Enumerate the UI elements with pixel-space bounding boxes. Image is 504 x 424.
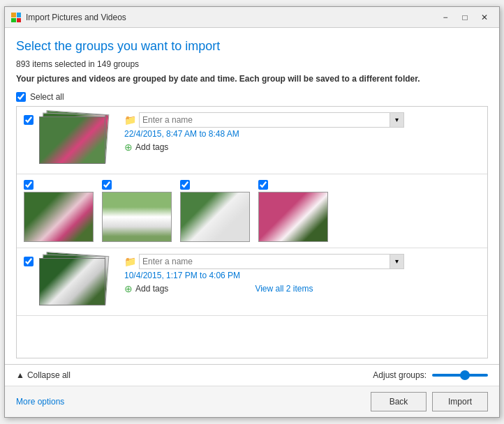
group-3-info: 📁 ▾ 10/4/2015, 1:17 PM to 4:06 PM ⊕ Add … — [124, 254, 480, 294]
back-button[interactable]: Back — [371, 392, 427, 411]
bottom-bar: ▲ Collapse all Adjust groups: — [5, 364, 499, 386]
restore-button[interactable]: □ — [456, 10, 474, 24]
thumb-main-1 — [39, 116, 105, 164]
folder-name-input-3[interactable] — [140, 257, 390, 266]
group-1-info: 📁 ▾ 22/4/2015, 8:47 AM to 8:48 AM ⊕ Add … — [124, 112, 480, 153]
close-button[interactable]: ✕ — [475, 10, 494, 24]
footer-buttons: Back Import — [371, 392, 488, 411]
date-range-1: 22/4/2015, 8:47 AM to 8:48 AM — [124, 129, 480, 139]
folder-name-input-1[interactable] — [140, 115, 390, 125]
group-3-checkbox[interactable] — [24, 257, 34, 266]
footer: More options Back Import — [5, 386, 499, 417]
photo-3-checkbox[interactable] — [180, 180, 190, 190]
svg-rect-3 — [17, 18, 21, 22]
window-title: Import Pictures and Videos — [26, 13, 126, 22]
view-all-link[interactable]: View all 2 items — [255, 284, 313, 294]
import-button[interactable]: Import — [432, 392, 488, 411]
photo-item-2 — [102, 180, 172, 242]
group-1-header: 📁 ▾ 22/4/2015, 8:47 AM to 8:48 AM ⊕ Add … — [24, 112, 480, 168]
photo-2-checkbox[interactable] — [102, 180, 112, 190]
folder-name-row-1: 📁 ▾ — [124, 112, 480, 128]
folder-input-wrapper-3: ▾ — [139, 254, 404, 269]
group-2 — [17, 174, 487, 248]
collapse-icon: ▲ — [16, 370, 24, 380]
photo-thumb-2 — [102, 192, 172, 242]
more-options-link[interactable]: More options — [16, 397, 64, 407]
add-tags-icon-1: ⊕ — [124, 142, 133, 153]
photo-grid — [24, 180, 480, 242]
photo-thumb-1 — [24, 192, 94, 242]
group-1-checkbox[interactable] — [24, 115, 34, 125]
group-3: 📁 ▾ 10/4/2015, 1:17 PM to 4:06 PM ⊕ Add … — [17, 248, 487, 316]
group-1: 📁 ▾ 22/4/2015, 8:47 AM to 8:48 AM ⊕ Add … — [17, 107, 487, 174]
bottom-left: ▲ Collapse all — [16, 370, 71, 380]
page-title: Select the groups you want to import — [16, 39, 488, 54]
folder-icon-3: 📁 — [124, 256, 136, 267]
title-bar: Import Pictures and Videos − □ ✕ — [5, 7, 499, 28]
group-1-thumbnails — [39, 112, 116, 168]
photo-item-4 — [258, 180, 328, 242]
groups-container[interactable]: 📁 ▾ 22/4/2015, 8:47 AM to 8:48 AM ⊕ Add … — [16, 106, 488, 358]
svg-rect-2 — [11, 18, 16, 22]
add-tags-row-3: ⊕ Add tags View all 2 items — [124, 283, 480, 294]
select-all-checkbox[interactable] — [16, 92, 26, 102]
adjust-groups: Adjust groups: — [373, 370, 488, 380]
adjust-groups-label: Adjust groups: — [373, 370, 427, 380]
collapse-all-label: Collapse all — [27, 370, 71, 380]
items-subtitle: 893 items selected in 149 groups — [16, 59, 488, 69]
collapse-all-button[interactable]: ▲ Collapse all — [16, 370, 71, 380]
svg-rect-1 — [17, 13, 21, 17]
thumb-3-main — [39, 258, 105, 305]
group-3-header: 📁 ▾ 10/4/2015, 1:17 PM to 4:06 PM ⊕ Add … — [24, 254, 480, 310]
photo-thumb-4 — [258, 192, 328, 242]
photo-item-3 — [180, 180, 250, 242]
date-range-3: 10/4/2015, 1:17 PM to 4:06 PM — [124, 271, 480, 280]
adjust-groups-slider[interactable] — [432, 374, 488, 377]
description-bold: Each group will be saved to a different … — [239, 74, 420, 84]
group-3-thumbnails — [39, 254, 116, 310]
add-tags-link-3[interactable]: Add tags — [135, 284, 168, 294]
folder-name-row-3: 📁 ▾ — [124, 254, 480, 269]
description: Your pictures and videos are grouped by … — [16, 73, 488, 85]
folder-dropdown-btn-1[interactable]: ▾ — [390, 113, 403, 127]
add-tags-row-1: ⊕ Add tags — [124, 142, 480, 153]
main-content: Select the groups you want to import 893… — [5, 28, 499, 364]
folder-dropdown-btn-3[interactable]: ▾ — [390, 255, 403, 268]
folder-icon-1: 📁 — [124, 114, 136, 126]
title-bar-left: Import Pictures and Videos — [10, 12, 126, 23]
add-tags-icon-3: ⊕ — [124, 283, 133, 294]
description-start: Your pictures and videos are grouped by … — [16, 74, 237, 84]
photo-thumb-3 — [180, 192, 250, 242]
photo-item-1 — [24, 180, 94, 242]
add-tags-link-1[interactable]: Add tags — [135, 142, 168, 152]
photo-1-checkbox[interactable] — [24, 180, 34, 190]
minimize-button[interactable]: − — [436, 10, 454, 24]
folder-input-wrapper-1: ▾ — [139, 112, 404, 128]
svg-rect-0 — [11, 13, 16, 17]
window-icon — [10, 12, 22, 23]
select-all-label: Select all — [30, 92, 64, 102]
group-2-content — [24, 180, 480, 242]
photo-4-checkbox[interactable] — [258, 180, 268, 190]
select-all-row: Select all — [16, 92, 488, 102]
title-controls: − □ ✕ — [436, 10, 494, 24]
main-window: Import Pictures and Videos − □ ✕ Select … — [4, 6, 500, 418]
